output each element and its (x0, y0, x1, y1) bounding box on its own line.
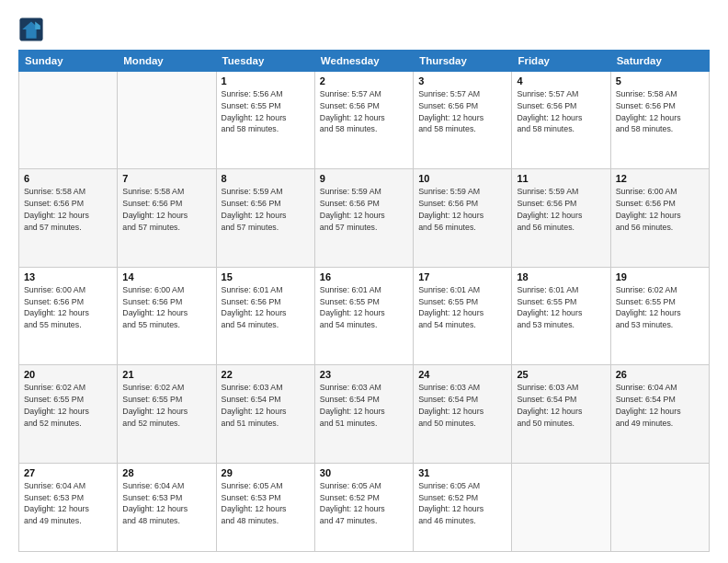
day-number: 7 (122, 173, 210, 184)
day-number: 9 (320, 173, 408, 184)
calendar-cell: 2Sunrise: 5:57 AMSunset: 6:56 PMDaylight… (314, 72, 413, 169)
day-info: Sunrise: 5:56 AMSunset: 6:55 PMDaylight:… (222, 88, 310, 135)
calendar-cell: 17Sunrise: 6:01 AMSunset: 6:55 PMDayligh… (414, 267, 512, 364)
day-info: Sunrise: 5:58 AMSunset: 6:56 PMDaylight:… (122, 186, 210, 233)
day-info: Sunrise: 6:02 AMSunset: 6:55 PMDaylight:… (122, 382, 210, 429)
day-info: Sunrise: 5:58 AMSunset: 6:56 PMDaylight:… (616, 88, 704, 135)
calendar-cell: 27Sunrise: 6:04 AMSunset: 6:53 PMDayligh… (19, 463, 118, 551)
calendar-cell: 22Sunrise: 6:03 AMSunset: 6:54 PMDayligh… (216, 365, 314, 463)
day-info: Sunrise: 6:01 AMSunset: 6:55 PMDaylight:… (320, 284, 408, 331)
day-info: Sunrise: 6:01 AMSunset: 6:56 PMDaylight:… (222, 284, 310, 331)
day-info: Sunrise: 5:58 AMSunset: 6:56 PMDaylight:… (24, 186, 112, 233)
calendar-cell: 23Sunrise: 6:03 AMSunset: 6:54 PMDayligh… (314, 365, 413, 463)
calendar-cell (19, 72, 118, 169)
day-info: Sunrise: 6:04 AMSunset: 6:53 PMDaylight:… (122, 480, 210, 527)
day-number: 24 (418, 369, 506, 380)
day-number: 18 (517, 271, 605, 282)
day-number: 8 (222, 173, 310, 184)
day-number: 4 (517, 75, 605, 86)
day-info: Sunrise: 6:02 AMSunset: 6:55 PMDaylight:… (616, 284, 704, 331)
day-info: Sunrise: 6:05 AMSunset: 6:53 PMDaylight:… (222, 480, 310, 527)
calendar-cell: 18Sunrise: 6:01 AMSunset: 6:55 PMDayligh… (512, 267, 610, 364)
calendar-week-4: 20Sunrise: 6:02 AMSunset: 6:55 PMDayligh… (19, 365, 710, 463)
day-info: Sunrise: 5:57 AMSunset: 6:56 PMDaylight:… (418, 88, 506, 135)
calendar-week-1: 1Sunrise: 5:56 AMSunset: 6:55 PMDaylight… (19, 72, 710, 169)
day-info: Sunrise: 5:59 AMSunset: 6:56 PMDaylight:… (320, 186, 408, 233)
calendar-cell (512, 463, 610, 551)
day-info: Sunrise: 6:01 AMSunset: 6:55 PMDaylight:… (517, 284, 605, 331)
calendar-table: SundayMondayTuesdayWednesdayThursdayFrid… (18, 50, 710, 552)
calendar-cell: 6Sunrise: 5:58 AMSunset: 6:56 PMDaylight… (19, 169, 118, 267)
page: SundayMondayTuesdayWednesdayThursdayFrid… (0, 0, 728, 563)
day-number: 11 (517, 173, 605, 184)
day-info: Sunrise: 6:05 AMSunset: 6:52 PMDaylight:… (418, 480, 506, 527)
calendar-cell: 21Sunrise: 6:02 AMSunset: 6:55 PMDayligh… (118, 365, 216, 463)
day-number: 16 (320, 271, 408, 282)
day-info: Sunrise: 5:59 AMSunset: 6:56 PMDaylight:… (222, 186, 310, 233)
day-info: Sunrise: 6:05 AMSunset: 6:52 PMDaylight:… (320, 480, 408, 527)
calendar-cell: 25Sunrise: 6:03 AMSunset: 6:54 PMDayligh… (512, 365, 610, 463)
day-info: Sunrise: 5:57 AMSunset: 6:56 PMDaylight:… (320, 88, 408, 135)
calendar-cell: 28Sunrise: 6:04 AMSunset: 6:53 PMDayligh… (118, 463, 216, 551)
logo (18, 17, 48, 42)
day-number: 3 (418, 75, 506, 86)
calendar-week-3: 13Sunrise: 6:00 AMSunset: 6:56 PMDayligh… (19, 267, 710, 364)
day-info: Sunrise: 6:00 AMSunset: 6:56 PMDaylight:… (24, 284, 112, 331)
calendar-cell: 4Sunrise: 5:57 AMSunset: 6:56 PMDaylight… (512, 72, 610, 169)
calendar-cell: 15Sunrise: 6:01 AMSunset: 6:56 PMDayligh… (216, 267, 314, 364)
calendar-cell: 14Sunrise: 6:00 AMSunset: 6:56 PMDayligh… (118, 267, 216, 364)
day-number: 5 (616, 75, 704, 86)
calendar-header-monday: Monday (118, 51, 216, 72)
calendar-cell: 13Sunrise: 6:00 AMSunset: 6:56 PMDayligh… (19, 267, 118, 364)
day-info: Sunrise: 6:04 AMSunset: 6:54 PMDaylight:… (616, 382, 704, 429)
day-info: Sunrise: 6:03 AMSunset: 6:54 PMDaylight:… (222, 382, 310, 429)
calendar-header-row: SundayMondayTuesdayWednesdayThursdayFrid… (19, 51, 710, 72)
calendar-header-saturday: Saturday (610, 51, 709, 72)
day-number: 21 (122, 369, 210, 380)
calendar-cell (610, 463, 709, 551)
calendar-cell: 5Sunrise: 5:58 AMSunset: 6:56 PMDaylight… (610, 72, 709, 169)
calendar-week-2: 6Sunrise: 5:58 AMSunset: 6:56 PMDaylight… (19, 169, 710, 267)
day-info: Sunrise: 5:57 AMSunset: 6:56 PMDaylight:… (517, 88, 605, 135)
day-info: Sunrise: 6:03 AMSunset: 6:54 PMDaylight:… (320, 382, 408, 429)
calendar-cell: 30Sunrise: 6:05 AMSunset: 6:52 PMDayligh… (314, 463, 413, 551)
day-number: 25 (517, 369, 605, 380)
day-info: Sunrise: 5:59 AMSunset: 6:56 PMDaylight:… (418, 186, 506, 233)
calendar-header-sunday: Sunday (19, 51, 118, 72)
calendar-cell: 26Sunrise: 6:04 AMSunset: 6:54 PMDayligh… (610, 365, 709, 463)
calendar-cell (118, 72, 216, 169)
day-number: 19 (616, 271, 704, 282)
day-number: 23 (320, 369, 408, 380)
calendar-cell: 29Sunrise: 6:05 AMSunset: 6:53 PMDayligh… (216, 463, 314, 551)
day-info: Sunrise: 6:03 AMSunset: 6:54 PMDaylight:… (418, 382, 506, 429)
logo-icon (18, 17, 44, 42)
calendar-header-friday: Friday (512, 51, 610, 72)
day-number: 26 (616, 369, 704, 380)
day-number: 30 (320, 467, 408, 478)
calendar-cell: 11Sunrise: 5:59 AMSunset: 6:56 PMDayligh… (512, 169, 610, 267)
day-info: Sunrise: 5:59 AMSunset: 6:56 PMDaylight:… (517, 186, 605, 233)
calendar-week-5: 27Sunrise: 6:04 AMSunset: 6:53 PMDayligh… (19, 463, 710, 551)
calendar-cell: 19Sunrise: 6:02 AMSunset: 6:55 PMDayligh… (610, 267, 709, 364)
day-number: 6 (24, 173, 112, 184)
day-number: 13 (24, 271, 112, 282)
calendar-cell: 1Sunrise: 5:56 AMSunset: 6:55 PMDaylight… (216, 72, 314, 169)
day-number: 20 (24, 369, 112, 380)
day-number: 10 (418, 173, 506, 184)
day-number: 17 (418, 271, 506, 282)
header (18, 17, 710, 42)
day-number: 22 (222, 369, 310, 380)
calendar-cell: 20Sunrise: 6:02 AMSunset: 6:55 PMDayligh… (19, 365, 118, 463)
day-number: 12 (616, 173, 704, 184)
calendar-cell: 12Sunrise: 6:00 AMSunset: 6:56 PMDayligh… (610, 169, 709, 267)
day-info: Sunrise: 6:03 AMSunset: 6:54 PMDaylight:… (517, 382, 605, 429)
calendar-cell: 10Sunrise: 5:59 AMSunset: 6:56 PMDayligh… (414, 169, 512, 267)
calendar-header-tuesday: Tuesday (216, 51, 314, 72)
calendar-header-thursday: Thursday (414, 51, 512, 72)
calendar-cell: 8Sunrise: 5:59 AMSunset: 6:56 PMDaylight… (216, 169, 314, 267)
day-info: Sunrise: 6:02 AMSunset: 6:55 PMDaylight:… (24, 382, 112, 429)
day-info: Sunrise: 6:01 AMSunset: 6:55 PMDaylight:… (418, 284, 506, 331)
calendar-cell: 9Sunrise: 5:59 AMSunset: 6:56 PMDaylight… (314, 169, 413, 267)
calendar-cell: 7Sunrise: 5:58 AMSunset: 6:56 PMDaylight… (118, 169, 216, 267)
day-number: 29 (222, 467, 310, 478)
